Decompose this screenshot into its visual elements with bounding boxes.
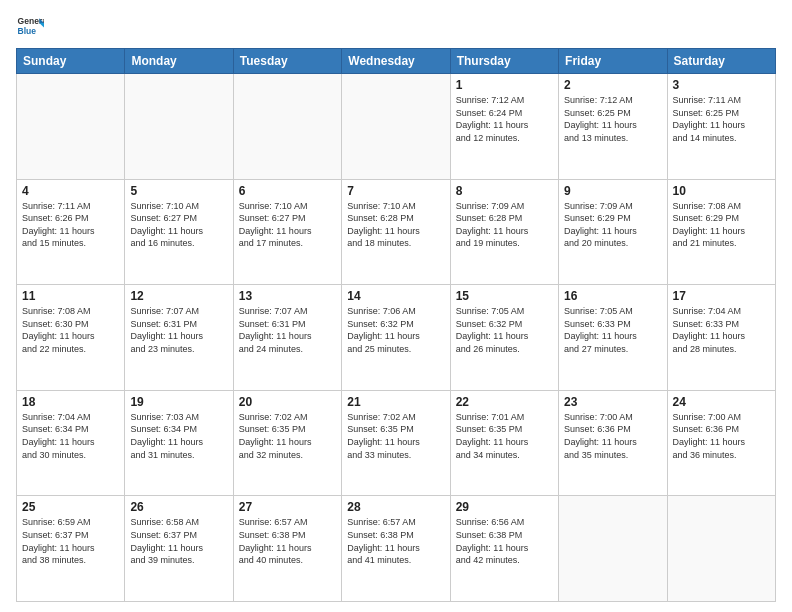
day-info: Sunrise: 7:09 AMSunset: 6:28 PMDaylight:…	[456, 200, 553, 250]
day-info: Sunrise: 7:08 AMSunset: 6:29 PMDaylight:…	[673, 200, 770, 250]
day-info: Sunrise: 7:12 AMSunset: 6:25 PMDaylight:…	[564, 94, 661, 144]
dow-wednesday: Wednesday	[342, 49, 450, 74]
day-number: 12	[130, 289, 227, 303]
day-info: Sunrise: 7:11 AMSunset: 6:26 PMDaylight:…	[22, 200, 119, 250]
week-row-0: 1Sunrise: 7:12 AMSunset: 6:24 PMDaylight…	[17, 74, 776, 180]
dow-friday: Friday	[559, 49, 667, 74]
day-number: 27	[239, 500, 336, 514]
calendar-body: 1Sunrise: 7:12 AMSunset: 6:24 PMDaylight…	[17, 74, 776, 602]
calendar-cell: 25Sunrise: 6:59 AMSunset: 6:37 PMDayligh…	[17, 496, 125, 602]
day-number: 16	[564, 289, 661, 303]
dow-tuesday: Tuesday	[233, 49, 341, 74]
day-info: Sunrise: 7:12 AMSunset: 6:24 PMDaylight:…	[456, 94, 553, 144]
calendar-cell: 14Sunrise: 7:06 AMSunset: 6:32 PMDayligh…	[342, 285, 450, 391]
day-info: Sunrise: 7:02 AMSunset: 6:35 PMDaylight:…	[347, 411, 444, 461]
svg-text:Blue: Blue	[18, 26, 37, 36]
day-number: 17	[673, 289, 770, 303]
day-number: 6	[239, 184, 336, 198]
calendar-cell: 15Sunrise: 7:05 AMSunset: 6:32 PMDayligh…	[450, 285, 558, 391]
calendar-cell: 6Sunrise: 7:10 AMSunset: 6:27 PMDaylight…	[233, 179, 341, 285]
calendar-cell: 21Sunrise: 7:02 AMSunset: 6:35 PMDayligh…	[342, 390, 450, 496]
day-number: 9	[564, 184, 661, 198]
week-row-4: 25Sunrise: 6:59 AMSunset: 6:37 PMDayligh…	[17, 496, 776, 602]
day-number: 4	[22, 184, 119, 198]
day-info: Sunrise: 7:07 AMSunset: 6:31 PMDaylight:…	[239, 305, 336, 355]
calendar-cell: 18Sunrise: 7:04 AMSunset: 6:34 PMDayligh…	[17, 390, 125, 496]
calendar-cell: 29Sunrise: 6:56 AMSunset: 6:38 PMDayligh…	[450, 496, 558, 602]
day-info: Sunrise: 7:09 AMSunset: 6:29 PMDaylight:…	[564, 200, 661, 250]
dow-saturday: Saturday	[667, 49, 775, 74]
day-number: 25	[22, 500, 119, 514]
calendar-cell: 17Sunrise: 7:04 AMSunset: 6:33 PMDayligh…	[667, 285, 775, 391]
day-number: 3	[673, 78, 770, 92]
day-info: Sunrise: 7:04 AMSunset: 6:33 PMDaylight:…	[673, 305, 770, 355]
calendar-cell: 13Sunrise: 7:07 AMSunset: 6:31 PMDayligh…	[233, 285, 341, 391]
calendar-cell: 16Sunrise: 7:05 AMSunset: 6:33 PMDayligh…	[559, 285, 667, 391]
day-info: Sunrise: 6:57 AMSunset: 6:38 PMDaylight:…	[239, 516, 336, 566]
logo: General Blue	[16, 12, 44, 40]
calendar-cell	[342, 74, 450, 180]
day-number: 21	[347, 395, 444, 409]
day-number: 18	[22, 395, 119, 409]
calendar-cell: 1Sunrise: 7:12 AMSunset: 6:24 PMDaylight…	[450, 74, 558, 180]
day-number: 5	[130, 184, 227, 198]
day-number: 23	[564, 395, 661, 409]
week-row-3: 18Sunrise: 7:04 AMSunset: 6:34 PMDayligh…	[17, 390, 776, 496]
calendar-cell	[17, 74, 125, 180]
day-number: 22	[456, 395, 553, 409]
day-info: Sunrise: 7:00 AMSunset: 6:36 PMDaylight:…	[564, 411, 661, 461]
day-number: 24	[673, 395, 770, 409]
calendar-cell	[667, 496, 775, 602]
week-row-1: 4Sunrise: 7:11 AMSunset: 6:26 PMDaylight…	[17, 179, 776, 285]
day-number: 10	[673, 184, 770, 198]
dow-sunday: Sunday	[17, 49, 125, 74]
calendar-cell: 20Sunrise: 7:02 AMSunset: 6:35 PMDayligh…	[233, 390, 341, 496]
calendar-cell: 3Sunrise: 7:11 AMSunset: 6:25 PMDaylight…	[667, 74, 775, 180]
day-info: Sunrise: 7:11 AMSunset: 6:25 PMDaylight:…	[673, 94, 770, 144]
day-info: Sunrise: 7:07 AMSunset: 6:31 PMDaylight:…	[130, 305, 227, 355]
calendar-cell: 2Sunrise: 7:12 AMSunset: 6:25 PMDaylight…	[559, 74, 667, 180]
calendar-table: SundayMondayTuesdayWednesdayThursdayFrid…	[16, 48, 776, 602]
dow-thursday: Thursday	[450, 49, 558, 74]
day-number: 29	[456, 500, 553, 514]
calendar-cell: 4Sunrise: 7:11 AMSunset: 6:26 PMDaylight…	[17, 179, 125, 285]
day-number: 26	[130, 500, 227, 514]
calendar-cell: 28Sunrise: 6:57 AMSunset: 6:38 PMDayligh…	[342, 496, 450, 602]
calendar-cell: 10Sunrise: 7:08 AMSunset: 6:29 PMDayligh…	[667, 179, 775, 285]
calendar-cell: 27Sunrise: 6:57 AMSunset: 6:38 PMDayligh…	[233, 496, 341, 602]
day-info: Sunrise: 7:00 AMSunset: 6:36 PMDaylight:…	[673, 411, 770, 461]
calendar-cell: 24Sunrise: 7:00 AMSunset: 6:36 PMDayligh…	[667, 390, 775, 496]
day-info: Sunrise: 7:04 AMSunset: 6:34 PMDaylight:…	[22, 411, 119, 461]
day-info: Sunrise: 7:10 AMSunset: 6:27 PMDaylight:…	[239, 200, 336, 250]
calendar-cell: 23Sunrise: 7:00 AMSunset: 6:36 PMDayligh…	[559, 390, 667, 496]
day-info: Sunrise: 7:02 AMSunset: 6:35 PMDaylight:…	[239, 411, 336, 461]
day-number: 14	[347, 289, 444, 303]
day-info: Sunrise: 6:56 AMSunset: 6:38 PMDaylight:…	[456, 516, 553, 566]
day-number: 13	[239, 289, 336, 303]
dow-monday: Monday	[125, 49, 233, 74]
day-info: Sunrise: 7:03 AMSunset: 6:34 PMDaylight:…	[130, 411, 227, 461]
day-info: Sunrise: 6:57 AMSunset: 6:38 PMDaylight:…	[347, 516, 444, 566]
day-number: 7	[347, 184, 444, 198]
calendar-cell: 9Sunrise: 7:09 AMSunset: 6:29 PMDaylight…	[559, 179, 667, 285]
day-number: 19	[130, 395, 227, 409]
day-of-week-header: SundayMondayTuesdayWednesdayThursdayFrid…	[17, 49, 776, 74]
calendar-cell: 5Sunrise: 7:10 AMSunset: 6:27 PMDaylight…	[125, 179, 233, 285]
day-info: Sunrise: 7:08 AMSunset: 6:30 PMDaylight:…	[22, 305, 119, 355]
day-info: Sunrise: 7:05 AMSunset: 6:32 PMDaylight:…	[456, 305, 553, 355]
calendar-cell: 22Sunrise: 7:01 AMSunset: 6:35 PMDayligh…	[450, 390, 558, 496]
day-number: 28	[347, 500, 444, 514]
calendar-cell	[233, 74, 341, 180]
day-number: 11	[22, 289, 119, 303]
calendar-cell: 19Sunrise: 7:03 AMSunset: 6:34 PMDayligh…	[125, 390, 233, 496]
day-info: Sunrise: 7:10 AMSunset: 6:28 PMDaylight:…	[347, 200, 444, 250]
calendar-cell: 12Sunrise: 7:07 AMSunset: 6:31 PMDayligh…	[125, 285, 233, 391]
day-info: Sunrise: 7:06 AMSunset: 6:32 PMDaylight:…	[347, 305, 444, 355]
day-info: Sunrise: 6:59 AMSunset: 6:37 PMDaylight:…	[22, 516, 119, 566]
day-number: 2	[564, 78, 661, 92]
calendar-cell: 7Sunrise: 7:10 AMSunset: 6:28 PMDaylight…	[342, 179, 450, 285]
calendar-cell: 11Sunrise: 7:08 AMSunset: 6:30 PMDayligh…	[17, 285, 125, 391]
calendar-cell	[125, 74, 233, 180]
day-number: 1	[456, 78, 553, 92]
day-number: 15	[456, 289, 553, 303]
